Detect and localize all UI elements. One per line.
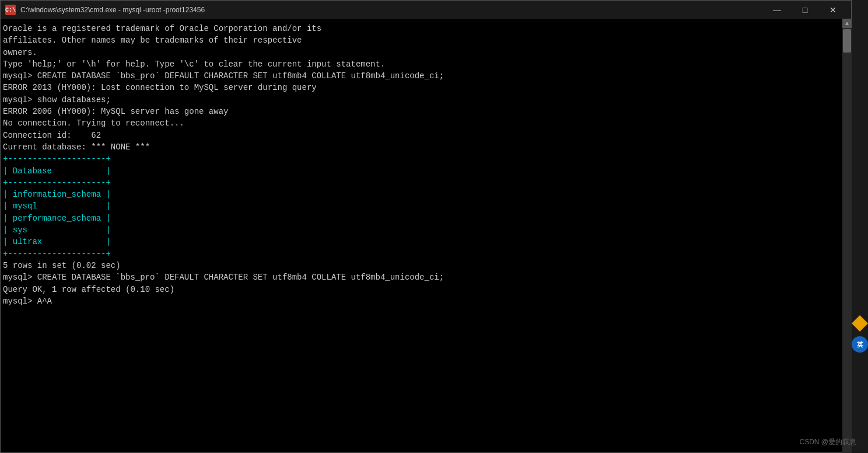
cmd-window: C:\ C:\windows\system32\cmd.exe - mysql … <box>0 0 852 453</box>
cmd-icon: C:\ <box>5 5 16 15</box>
terminal-content: Oracle is a registered trademark of Orac… <box>1 19 851 452</box>
terminal-line: | sys | <box>3 224 849 236</box>
terminal-line: | performance_schema | <box>3 212 849 224</box>
diamond-widget <box>852 315 868 332</box>
terminal-line: owners. <box>3 47 849 58</box>
terminal-line: | Database | <box>3 165 849 177</box>
terminal-line: Type 'help;' or '\h' for help. Type '\c'… <box>3 58 849 70</box>
minimize-button[interactable]: — <box>764 1 790 19</box>
terminal-line: | information_schema | <box>3 189 849 200</box>
terminal-line: ERROR 2013 (HY000): Lost connection to M… <box>3 82 849 93</box>
terminal-line: mysql> show databases; <box>3 94 849 106</box>
watermark-text: CSDN @爱的叹息 <box>799 438 856 446</box>
maximize-button[interactable]: □ <box>792 1 818 19</box>
terminal-line: mysql> A^A <box>3 295 849 307</box>
terminal-line: Query OK, 1 row affected (0.10 sec) <box>3 284 849 295</box>
terminal-line: +--------------------+ <box>3 177 849 189</box>
terminal-lines: Oracle is a registered trademark of Orac… <box>3 23 849 307</box>
terminal-line: ERROR 2006 (HY000): MySQL server has gon… <box>3 106 849 117</box>
terminal-line: mysql> CREATE DATABASE `bbs_pro` DEFAULT… <box>3 271 849 283</box>
csdn-watermark: CSDN @爱的叹息 <box>799 437 856 447</box>
terminal-line: Oracle is a registered trademark of Orac… <box>3 23 849 34</box>
terminal-line: mysql> CREATE DATABASE `bbs_pro` DEFAULT… <box>3 70 849 82</box>
terminal-line: | ultrax | <box>3 236 849 248</box>
terminal-line: Connection id: 62 <box>3 130 849 141</box>
terminal-line: Current database: *** NONE *** <box>3 141 849 153</box>
language-label: 英 <box>857 340 863 349</box>
title-bar-controls: — □ ✕ <box>764 1 846 19</box>
terminal-line: affiliates. Other names may be trademark… <box>3 34 849 46</box>
title-bar: C:\ C:\windows\system32\cmd.exe - mysql … <box>1 1 851 19</box>
close-button[interactable]: ✕ <box>820 1 846 19</box>
terminal-line: | mysql | <box>3 200 849 212</box>
terminal-line: +--------------------+ <box>3 153 849 165</box>
terminal-line: No connection. Trying to reconnect... <box>3 117 849 129</box>
right-panel: 英 <box>852 0 868 453</box>
language-widget[interactable]: 英 <box>852 336 868 353</box>
terminal-line: 5 rows in set (0.02 sec) <box>3 260 849 271</box>
cmd-icon-text: C:\ <box>5 7 16 13</box>
scrollbar[interactable]: ▲ <box>842 19 852 453</box>
title-bar-text: C:\windows\system32\cmd.exe - mysql -uro… <box>20 6 764 14</box>
scroll-thumb[interactable] <box>843 29 851 53</box>
scroll-up-arrow[interactable]: ▲ <box>842 19 852 28</box>
terminal-line: +--------------------+ <box>3 248 849 260</box>
